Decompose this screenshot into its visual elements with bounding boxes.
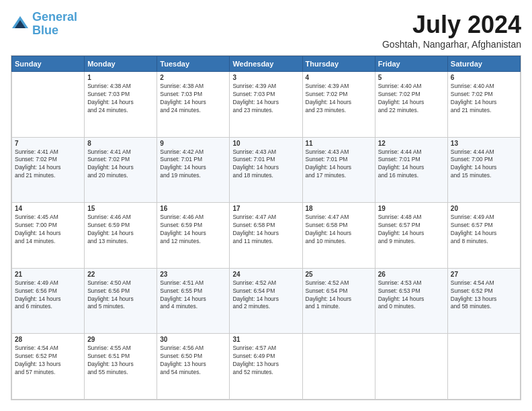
- day-number: 14: [15, 205, 81, 212]
- col-sunday: Sunday: [12, 56, 85, 72]
- col-friday: Friday: [375, 56, 447, 72]
- daylight-hours: Daylight: 14 hours: [15, 230, 81, 238]
- daylight-hours: Daylight: 14 hours: [378, 164, 445, 172]
- cell-0-2: 2Sunrise: 4:38 AMSunset: 7:03 PMDaylight…: [157, 72, 230, 138]
- sunrise-text: Sunrise: 4:40 AM: [378, 83, 445, 91]
- sunrise-text: Sunrise: 4:55 AM: [87, 345, 154, 353]
- daylight-hours: Daylight: 14 hours: [451, 230, 517, 238]
- cell-0-6: 6Sunrise: 4:40 AMSunset: 7:02 PMDaylight…: [447, 72, 520, 138]
- daylight-minutes: and 21 minutes.: [15, 172, 81, 180]
- sunset-text: Sunset: 6:50 PM: [160, 353, 226, 361]
- daylight-minutes: and 8 minutes.: [451, 238, 517, 246]
- cell-2-0: 14Sunrise: 4:45 AMSunset: 7:00 PMDayligh…: [12, 203, 85, 269]
- daylight-hours: Daylight: 14 hours: [378, 295, 445, 304]
- col-tuesday: Tuesday: [157, 56, 230, 72]
- sunset-text: Sunset: 6:51 PM: [87, 353, 154, 361]
- daylight-minutes: and 17 minutes.: [306, 172, 372, 180]
- daylight-hours: Daylight: 14 hours: [15, 164, 81, 172]
- day-number: 29: [87, 336, 154, 343]
- cell-0-4: 4Sunrise: 4:39 AMSunset: 7:02 PMDaylight…: [302, 72, 375, 138]
- sunset-text: Sunset: 7:01 PM: [232, 156, 299, 164]
- sunset-text: Sunset: 7:00 PM: [15, 222, 81, 230]
- sunrise-text: Sunrise: 4:39 AM: [232, 83, 299, 91]
- daylight-hours: Daylight: 14 hours: [87, 230, 154, 238]
- cell-4-3: 31Sunrise: 4:57 AMSunset: 6:49 PMDayligh…: [230, 334, 302, 400]
- sunrise-text: Sunrise: 4:47 AM: [232, 214, 299, 222]
- sunset-text: Sunset: 7:02 PM: [87, 156, 154, 164]
- daylight-minutes: and 10 minutes.: [306, 238, 372, 246]
- sunrise-text: Sunrise: 4:47 AM: [306, 214, 372, 222]
- sunrise-text: Sunrise: 4:44 AM: [378, 148, 445, 156]
- sunrise-text: Sunrise: 4:49 AM: [15, 279, 81, 287]
- sunset-text: Sunset: 6:55 PM: [160, 287, 226, 295]
- daylight-minutes: and 24 minutes.: [87, 107, 154, 115]
- logo-line1: General: [32, 10, 77, 24]
- cell-3-1: 22Sunrise: 4:50 AMSunset: 6:56 PMDayligh…: [85, 268, 157, 334]
- daylight-minutes: and 20 minutes.: [87, 172, 154, 180]
- sunset-text: Sunset: 7:02 PM: [378, 91, 445, 99]
- daylight-hours: Daylight: 13 hours: [232, 361, 299, 369]
- day-number: 24: [232, 271, 299, 278]
- day-number: 20: [451, 205, 517, 212]
- day-number: 9: [160, 140, 226, 147]
- cell-3-3: 24Sunrise: 4:52 AMSunset: 6:54 PMDayligh…: [230, 268, 302, 334]
- daylight-minutes: and 21 minutes.: [451, 107, 517, 115]
- daylight-hours: Daylight: 14 hours: [160, 164, 226, 172]
- daylight-minutes: and 2 minutes.: [232, 303, 299, 311]
- daylight-hours: Daylight: 14 hours: [232, 99, 299, 107]
- daylight-minutes: and 4 minutes.: [160, 303, 226, 311]
- cell-4-1: 29Sunrise: 4:55 AMSunset: 6:51 PMDayligh…: [85, 334, 157, 400]
- daylight-minutes: and 1 minute.: [306, 303, 372, 311]
- daylight-hours: Daylight: 14 hours: [87, 99, 154, 107]
- col-saturday: Saturday: [447, 56, 520, 72]
- daylight-minutes: and 13 minutes.: [87, 238, 154, 246]
- daylight-hours: Daylight: 14 hours: [87, 164, 154, 172]
- sunrise-text: Sunrise: 4:41 AM: [15, 148, 81, 156]
- week-row-1: 1Sunrise: 4:38 AMSunset: 7:03 PMDaylight…: [12, 72, 521, 138]
- sunrise-text: Sunrise: 4:38 AM: [87, 83, 154, 91]
- sunrise-text: Sunrise: 4:46 AM: [87, 214, 154, 222]
- daylight-minutes: and 23 minutes.: [232, 107, 299, 115]
- day-number: 1: [87, 74, 154, 81]
- daylight-hours: Daylight: 14 hours: [232, 164, 299, 172]
- sunset-text: Sunset: 6:58 PM: [232, 222, 299, 230]
- sunset-text: Sunset: 6:56 PM: [15, 287, 81, 295]
- day-number: 16: [160, 205, 226, 212]
- sunset-text: Sunset: 7:02 PM: [15, 156, 81, 164]
- sunset-text: Sunset: 6:54 PM: [232, 287, 299, 295]
- sunset-text: Sunset: 7:01 PM: [160, 156, 226, 164]
- cell-4-2: 30Sunrise: 4:56 AMSunset: 6:50 PMDayligh…: [157, 334, 230, 400]
- col-wednesday: Wednesday: [230, 56, 302, 72]
- sunset-text: Sunset: 6:52 PM: [451, 287, 517, 295]
- daylight-minutes: and 18 minutes.: [232, 172, 299, 180]
- sunrise-text: Sunrise: 4:51 AM: [160, 279, 226, 287]
- sunset-text: Sunset: 6:57 PM: [378, 222, 445, 230]
- cell-0-0: [12, 72, 85, 138]
- daylight-hours: Daylight: 14 hours: [87, 295, 154, 304]
- sunrise-text: Sunrise: 4:39 AM: [306, 83, 372, 91]
- day-number: 4: [306, 74, 372, 81]
- day-number: 8: [87, 140, 154, 147]
- sunrise-text: Sunrise: 4:43 AM: [306, 148, 372, 156]
- calendar: Sunday Monday Tuesday Wednesday Thursday…: [11, 55, 521, 400]
- sunset-text: Sunset: 7:03 PM: [87, 91, 154, 99]
- daylight-minutes: and 19 minutes.: [160, 172, 226, 180]
- cell-2-4: 18Sunrise: 4:47 AMSunset: 6:58 PMDayligh…: [302, 203, 375, 269]
- sunrise-text: Sunrise: 4:40 AM: [451, 83, 517, 91]
- sunset-text: Sunset: 7:02 PM: [306, 91, 372, 99]
- cell-4-0: 28Sunrise: 4:54 AMSunset: 6:52 PMDayligh…: [12, 334, 85, 400]
- cell-4-6: [447, 334, 520, 400]
- daylight-minutes: and 52 minutes.: [232, 369, 299, 377]
- day-number: 23: [160, 271, 226, 278]
- logo-text: General Blue: [32, 11, 77, 38]
- cell-3-5: 26Sunrise: 4:53 AMSunset: 6:53 PMDayligh…: [375, 268, 447, 334]
- day-number: 5: [378, 74, 445, 81]
- cell-2-1: 15Sunrise: 4:46 AMSunset: 6:59 PMDayligh…: [85, 203, 157, 269]
- sunrise-text: Sunrise: 4:45 AM: [15, 214, 81, 222]
- daylight-minutes: and 12 minutes.: [160, 238, 226, 246]
- header-row: Sunday Monday Tuesday Wednesday Thursday…: [12, 56, 521, 72]
- week-row-2: 7Sunrise: 4:41 AMSunset: 7:02 PMDaylight…: [12, 137, 521, 203]
- sunset-text: Sunset: 6:54 PM: [306, 287, 372, 295]
- cell-0-5: 5Sunrise: 4:40 AMSunset: 7:02 PMDaylight…: [375, 72, 447, 138]
- daylight-minutes: and 57 minutes.: [15, 369, 81, 377]
